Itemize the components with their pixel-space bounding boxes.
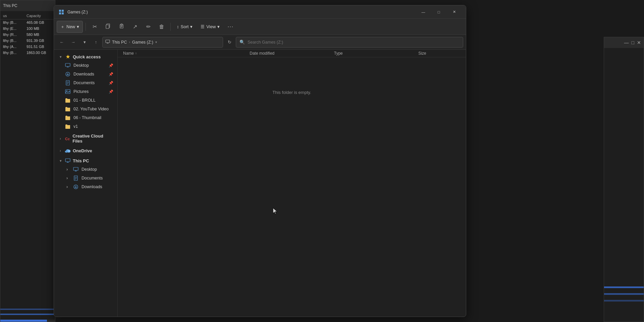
new-button[interactable]: ＋ New ▾: [57, 21, 83, 33]
sidebar-item-pictures[interactable]: Pictures 📌: [55, 87, 116, 96]
pictures-pin-icon: 📌: [109, 90, 113, 94]
sidebar-broll-label: 01 - BROLL: [73, 98, 96, 103]
more-button[interactable]: ···: [224, 21, 236, 33]
more-icon: ···: [227, 23, 233, 30]
bg-row-cap-4: 931.39 GB: [26, 39, 52, 43]
bg-right-close[interactable]: ✕: [637, 40, 641, 45]
bg-right-minimize[interactable]: —: [624, 40, 629, 45]
current-folder-label: Games (Z:): [132, 40, 153, 45]
sidebar-item-this-pc-desktop[interactable]: › Desktop: [55, 165, 116, 174]
search-input[interactable]: [248, 40, 460, 45]
bg-scrollbar-thumb[interactable]: [0, 320, 47, 322]
share-button[interactable]: ↗: [129, 21, 141, 33]
quick-access-section: ▾ ★ Quick access Desktop 📌: [54, 52, 117, 131]
onedrive-expand-icon: ›: [58, 149, 63, 153]
new-dropdown-icon: ▾: [77, 24, 79, 29]
up-button[interactable]: ↑: [91, 37, 101, 47]
bg-row-6: lthy (B... 1863.00 GB: [0, 50, 55, 56]
cut-button[interactable]: ✂: [89, 21, 101, 33]
sidebar-item-downloads[interactable]: Downloads 📌: [55, 70, 116, 78]
bg-row-cap-5: 931.51 GB: [26, 45, 52, 49]
bg-stripe-1: [0, 314, 55, 315]
svg-text:Cc: Cc: [65, 137, 70, 141]
refresh-button[interactable]: ↻: [224, 37, 234, 47]
creative-cloud-expand-icon: ›: [58, 137, 63, 141]
forward-button[interactable]: →: [68, 37, 78, 47]
col-size-header[interactable]: Size: [418, 51, 461, 56]
sidebar-item-desktop[interactable]: Desktop 📌: [55, 61, 116, 70]
sort-label: Sort: [181, 24, 189, 29]
sidebar-item-documents[interactable]: Documents 📌: [55, 78, 116, 87]
col-name-label: Name: [123, 51, 134, 56]
sidebar-item-thumbnail[interactable]: 06 - Thumbnail: [55, 113, 116, 122]
svg-rect-30: [65, 159, 70, 162]
paste-button[interactable]: [115, 21, 127, 33]
content-area: ▾ ★ Quick access Desktop 📌: [54, 50, 466, 317]
bg-right-titlebar: — □ ✕: [604, 37, 644, 48]
onedrive-label: OneDrive: [73, 148, 92, 153]
col-sort-arrow: ↑: [135, 52, 137, 55]
col-name-header[interactable]: Name ↑: [123, 51, 250, 56]
toolbar-sep-1: [86, 23, 86, 31]
dropdown-button[interactable]: ▾: [79, 37, 90, 47]
col-date-header[interactable]: Date modified: [250, 51, 334, 56]
svg-rect-3: [62, 12, 64, 14]
col-type-header[interactable]: Type: [334, 51, 419, 56]
copy-button[interactable]: [102, 21, 114, 33]
bg-row-cap-3: 580 MB: [26, 33, 52, 37]
this-pc-header[interactable]: ▾ This PC: [55, 156, 116, 165]
creative-cloud-header[interactable]: › Cc Creative Cloud Files: [55, 132, 116, 145]
paste-icon: [119, 23, 124, 30]
bg-row-name-3: lthy (R...: [3, 33, 26, 37]
sidebar-thumbnail-label: 06 - Thumbnail: [73, 115, 101, 120]
broll-folder-icon: [65, 97, 71, 103]
bg-right-maximize[interactable]: □: [632, 40, 634, 45]
minimize-button[interactable]: —: [416, 5, 431, 19]
sidebar: ▾ ★ Quick access Desktop 📌: [54, 50, 118, 317]
this-pc-label: This PC: [73, 158, 89, 163]
bg-row-cap-2: 100 MB: [26, 26, 52, 31]
documents-icon: [65, 80, 71, 86]
v1-folder-icon: [65, 123, 71, 129]
col-type-label: Type: [334, 51, 343, 56]
maximize-button[interactable]: □: [431, 5, 446, 19]
quick-access-header[interactable]: ▾ ★ Quick access: [55, 52, 116, 61]
delete-icon: 🗑: [159, 24, 164, 30]
view-label: View: [206, 24, 216, 29]
sidebar-item-v1[interactable]: v1: [55, 122, 116, 131]
rename-icon: ✏: [146, 23, 151, 30]
sidebar-item-this-pc-downloads[interactable]: › Downloads: [55, 182, 116, 191]
close-button[interactable]: ✕: [446, 5, 462, 19]
svg-rect-33: [73, 167, 78, 170]
search-box[interactable]: 🔍: [236, 37, 463, 48]
sidebar-item-broll[interactable]: 01 - BROLL: [55, 96, 116, 105]
this-pc-icon: [65, 158, 71, 164]
bg-row-name-1: lthy (B...: [3, 20, 26, 24]
refresh-icon: ↻: [228, 40, 231, 45]
sidebar-item-this-pc-documents[interactable]: › Documents: [55, 174, 116, 182]
onedrive-header[interactable]: › OneDrive: [55, 146, 116, 155]
delete-button[interactable]: 🗑: [156, 21, 168, 33]
address-path[interactable]: This PC › Games (Z:) ▾: [102, 37, 223, 48]
rename-button[interactable]: ✏: [142, 21, 154, 33]
share-icon: ↗: [133, 23, 137, 30]
column-headers: Name ↑ Date modified Type Size: [118, 50, 466, 57]
bg-title: This PC: [3, 3, 17, 8]
creative-cloud-label: Creative Cloud Files: [72, 133, 113, 144]
forward-arrow-icon: →: [71, 40, 75, 45]
sort-button[interactable]: ↕ Sort ▾: [173, 21, 196, 33]
sidebar-item-youtube-video[interactable]: 02. YouTube Video: [55, 105, 116, 113]
bg-row-cap-1: 465.08 GB: [26, 20, 52, 24]
sidebar-this-pc-downloads-label: Downloads: [82, 184, 102, 189]
back-button[interactable]: ←: [57, 37, 67, 47]
view-icon: ☰: [201, 24, 205, 29]
this-pc-desktop-icon: [73, 166, 79, 172]
svg-rect-7: [121, 24, 122, 25]
sidebar-v1-label: v1: [73, 124, 78, 129]
bg-row-5: lthy (A... 931.51 GB: [0, 44, 55, 50]
onedrive-icon: [65, 148, 71, 154]
bg-row-3: lthy (R... 580 MB: [0, 32, 55, 38]
bg-row-4: lthy (B... 931.39 GB: [0, 38, 55, 44]
bg-table-header: us Capacity: [0, 12, 55, 19]
view-button[interactable]: ☰ View ▾: [197, 21, 223, 33]
